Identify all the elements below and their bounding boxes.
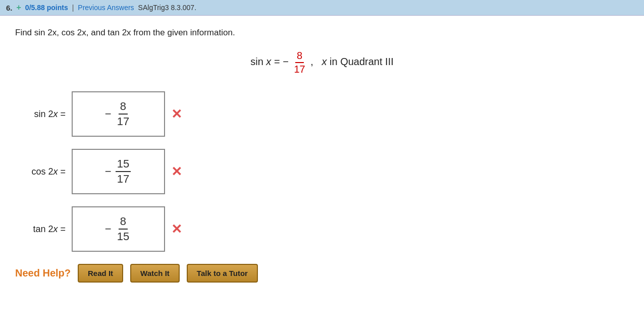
- sin-numerator: 8: [119, 100, 128, 115]
- talk-to-tutor-button[interactable]: Talk to a Tutor: [187, 264, 258, 283]
- sin-denominator: 17: [116, 115, 131, 128]
- ref-code: SAlgTrig3 8.3.007.: [138, 4, 196, 12]
- given-fraction: 8 17: [292, 50, 306, 75]
- cos-fraction: 15 17: [116, 157, 131, 186]
- need-help-label: Need Help?: [15, 267, 71, 279]
- plus-icon: +: [17, 3, 21, 12]
- tan-fraction: 8 15: [116, 215, 131, 243]
- tan-numerator: 8: [119, 215, 128, 230]
- answer-row-cos: cos 2x = − 15 17 ✕: [15, 149, 629, 194]
- read-it-button[interactable]: Read It: [78, 264, 123, 283]
- main-content: Find sin 2x, cos 2x, and tan 2x from the…: [0, 16, 644, 295]
- tan-label: tan 2x =: [15, 224, 66, 235]
- cos-wrong-mark: ✕: [171, 164, 182, 180]
- question-number: 6.: [6, 4, 13, 12]
- sin-answer-box: − 8 17: [72, 91, 165, 137]
- tan-wrong-mark: ✕: [171, 221, 182, 237]
- given-prefix: sin x = −: [250, 56, 289, 67]
- given-denominator: 17: [292, 63, 306, 75]
- sin-wrong-mark: ✕: [171, 106, 182, 122]
- previous-answers-link[interactable]: Previous Answers: [78, 4, 134, 12]
- cos-answer-box: − 15 17: [72, 149, 165, 194]
- cos-denominator: 17: [116, 172, 131, 186]
- sin-label: sin 2x =: [15, 109, 66, 120]
- sin-sign: −: [105, 107, 115, 121]
- sin-fraction: 8 17: [116, 100, 131, 128]
- answer-row-sin: sin 2x = − 8 17 ✕: [15, 91, 629, 137]
- cos-sign: −: [105, 165, 115, 178]
- header-bar: 6. + 0/5.88 points | Previous Answers SA…: [0, 0, 644, 16]
- problem-statement: Find sin 2x, cos 2x, and tan 2x from the…: [15, 28, 629, 38]
- help-section: Need Help? Read It Watch It Talk to a Tu…: [15, 264, 629, 283]
- points-text: 0/5.88 points: [25, 4, 68, 12]
- answers-container: sin 2x = − 8 17 ✕ cos 2x = − 15 17: [15, 91, 629, 252]
- given-equation: sin x = − 8 17 , x in Quadrant III: [15, 50, 629, 75]
- watch-it-button[interactable]: Watch It: [130, 264, 180, 283]
- problem-text: Find sin 2x, cos 2x, and tan 2x from the…: [15, 28, 235, 37]
- given-suffix: , x in Quadrant III: [310, 56, 394, 67]
- cos-label: cos 2x =: [15, 166, 66, 177]
- given-numerator: 8: [295, 50, 304, 63]
- separator: |: [72, 4, 74, 12]
- cos-numerator: 15: [116, 157, 131, 172]
- tan-sign: −: [105, 222, 115, 236]
- tan-answer-box: − 8 15: [72, 206, 165, 252]
- answer-row-tan: tan 2x = − 8 15 ✕: [15, 206, 629, 252]
- tan-denominator: 15: [116, 230, 131, 243]
